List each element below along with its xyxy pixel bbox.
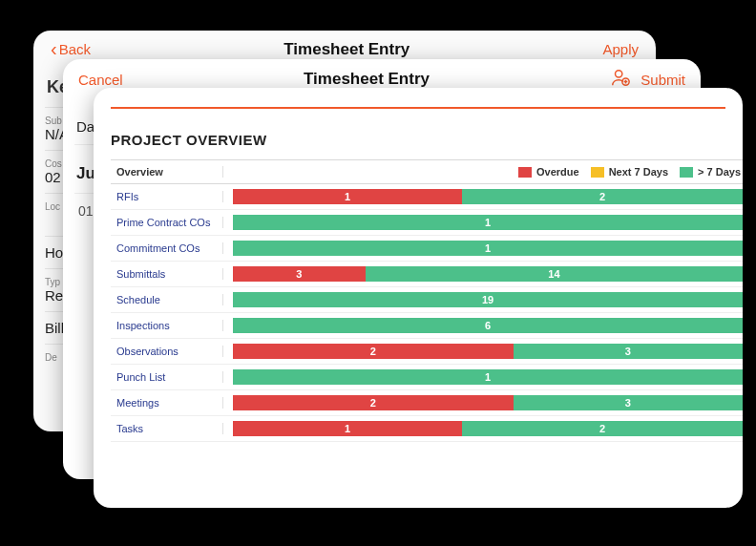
table-row: Meetings23 [111,390,743,416]
table-row: Tasks12 [111,416,743,442]
bar-container: 23 [223,394,743,411]
legend-next7: Next 7 Days [591,166,668,178]
chevron-left-icon: ‹ [51,38,57,60]
bar-gt7: 1 [233,215,743,230]
category-link[interactable]: Meetings [111,397,223,409]
bar-gt7: 1 [233,369,743,385]
bar-overdue: 2 [233,395,514,410]
column-overview: Overview [111,166,223,178]
table-row: Prime Contract COs1 [111,210,743,236]
category-link[interactable]: Prime Contract COs [111,217,223,228]
table-row: Inspections6 [111,313,743,339]
legend-gt7: > 7 Days [680,166,741,178]
bar-container: 314 [223,265,743,283]
bar-overdue: 1 [233,421,462,436]
bar-container: 19 [223,291,743,308]
category-link[interactable]: Schedule [111,294,223,305]
bar-gt7: 2 [462,421,743,436]
bar-container: 1 [223,240,743,257]
table-row: Observations23 [111,339,743,365]
project-overview-card: PROJECT OVERVIEW Overview Overdue Next 7… [94,88,743,508]
table-row: Commitment COs1 [111,236,743,262]
swatch-gt7-icon [680,167,693,178]
section-title: PROJECT OVERVIEW [94,109,743,159]
category-link[interactable]: Commitment COs [111,242,223,254]
table-row: Submittals314 [111,262,743,287]
table-header: Overview Overdue Next 7 Days > 7 Days [111,159,743,184]
overview-table: Overview Overdue Next 7 Days > 7 Days RF… [111,159,743,442]
category-link[interactable]: Observations [111,346,223,357]
bar-container: 1 [223,368,743,386]
swatch-overdue-icon [518,167,532,178]
bar-container: 12 [223,420,743,437]
swatch-next7-icon [591,167,604,178]
bar-overdue: 2 [233,344,514,359]
category-link[interactable]: RFIs [111,191,223,202]
category-link[interactable]: Inspections [111,320,223,331]
table-row: RFIs12 [111,184,743,210]
apply-button[interactable]: Apply [602,41,639,57]
bar-overdue: 1 [233,189,462,204]
category-link[interactable]: Tasks [111,423,223,434]
bar-overdue: 3 [233,266,366,282]
bar-gt7: 6 [233,318,743,333]
table-body: RFIs12Prime Contract COs1Commitment COs1… [111,184,743,442]
chart-legend: Overdue Next 7 Days > 7 Days [223,166,743,178]
bar-gt7: 2 [462,189,743,204]
back-label: Back [59,41,91,57]
cancel-button[interactable]: Cancel [78,72,123,88]
bar-container: 6 [223,317,743,334]
bar-gt7: 19 [233,292,743,307]
legend-overdue: Overdue [518,166,579,178]
category-link[interactable]: Submittals [111,268,223,280]
bar-gt7: 3 [514,395,743,410]
table-row: Schedule19 [111,287,743,313]
svg-point-0 [616,71,622,77]
submit-button[interactable]: Submit [640,72,685,88]
table-row: Punch List1 [111,365,743,390]
page-title: Timesheet Entry [304,70,430,89]
category-link[interactable]: Punch List [111,371,223,383]
bar-container: 23 [223,343,743,360]
bar-container: 12 [223,188,743,205]
bar-container: 1 [223,214,743,231]
bar-gt7: 3 [514,344,743,359]
back-button[interactable]: ‹ Back [51,38,91,60]
bar-gt7: 14 [366,266,743,282]
page-title: Timesheet Entry [284,40,410,59]
bar-gt7: 1 [233,241,743,256]
